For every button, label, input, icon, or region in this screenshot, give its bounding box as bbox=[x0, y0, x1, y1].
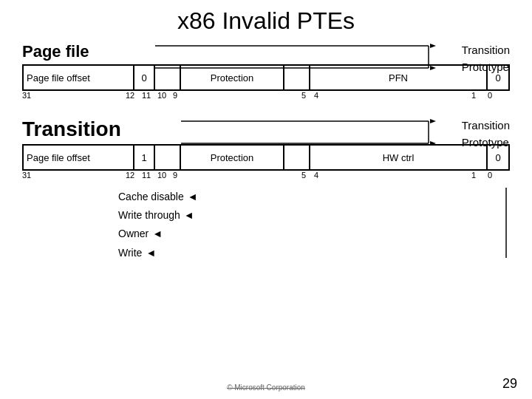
lower-prototype-label: Prototype bbox=[462, 134, 510, 151]
transition-main-label: Transition bbox=[22, 117, 185, 141]
lower-transition-label: Transition bbox=[462, 117, 510, 134]
svg-marker-3 bbox=[430, 44, 436, 48]
annotations-bracket-svg bbox=[502, 188, 517, 262]
page-file-label: Page file bbox=[22, 42, 155, 61]
svg-marker-8 bbox=[430, 119, 436, 123]
lower-bracket-svg bbox=[181, 114, 506, 151]
upper-transition-label: Transition bbox=[462, 42, 510, 59]
lower-cell-spacer1 bbox=[155, 146, 181, 169]
svg-marker-9 bbox=[430, 141, 436, 146]
annotation-write: Write ◄ bbox=[118, 244, 510, 262]
copyright-text: © Microsoft Corporation bbox=[227, 383, 305, 392]
lower-bit-numbers: 31 12 11 10 9 5 4 1 0 bbox=[22, 171, 510, 184]
lower-cell-1: 1 bbox=[134, 146, 155, 169]
page-title: x86 Invalid PTEs bbox=[22, 7, 510, 35]
upper-prototype-label: Prototype bbox=[462, 59, 510, 76]
svg-marker-4 bbox=[430, 66, 436, 70]
upper-bracket-svg bbox=[155, 38, 510, 75]
annotation-cache-disable: Cache disable ◄ bbox=[118, 188, 510, 206]
annotations-section: Cache disable ◄ Write through ◄ Owner ◄ … bbox=[118, 188, 510, 262]
upper-cell-page-file-offset: Page file offset bbox=[24, 66, 134, 89]
upper-bit-numbers: 31 12 11 10 9 5 4 1 0 bbox=[22, 91, 510, 104]
page-number: 29 bbox=[502, 376, 517, 392]
annotation-write-through: Write through ◄ bbox=[118, 206, 510, 225]
upper-cell-0: 0 bbox=[134, 66, 155, 89]
annotation-owner: Owner ◄ bbox=[118, 225, 510, 243]
lower-cell-page-file-offset: Page file offset bbox=[24, 146, 134, 169]
